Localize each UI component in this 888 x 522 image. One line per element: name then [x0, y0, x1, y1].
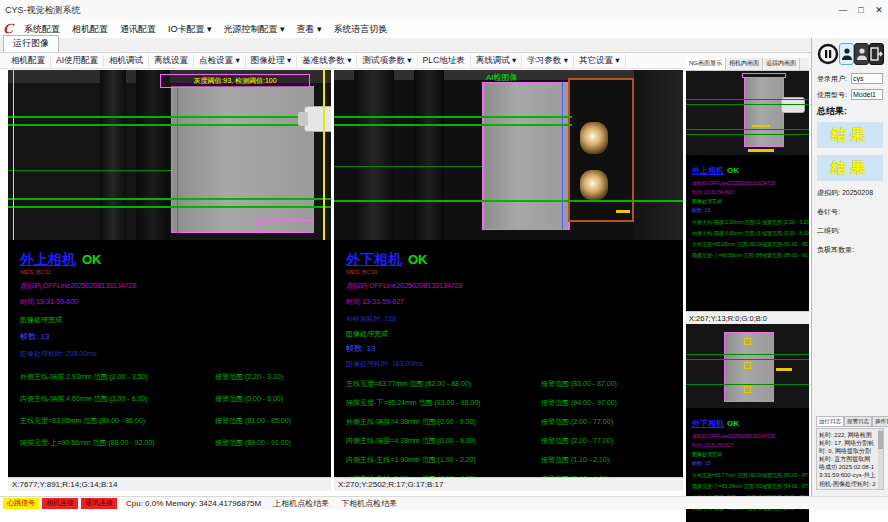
virtual-code-line: 虚拟码:OFFLine20250208133134728	[346, 281, 683, 291]
side-mini-column: NG画面显示 相机内画面 追踪内画面 外上相机OK 虚拟码:OFFLine202…	[686, 58, 809, 497]
login-user-field-row: 登录用户:	[817, 73, 884, 84]
tool-learning-params[interactable]: 学习参数 ▾	[522, 55, 574, 67]
tool-other-settings[interactable]: 其它设置 ▾	[574, 55, 626, 67]
side-tab-track-view[interactable]: 追踪内画面	[763, 58, 800, 70]
machine-stripe	[414, 70, 444, 240]
login-user-input[interactable]	[851, 73, 883, 84]
minimize-button[interactable]: —	[834, 1, 852, 19]
measure-line-green	[334, 200, 683, 202]
tool-plc-address-table[interactable]: PLC地址表	[418, 55, 471, 67]
yellow-marker	[752, 125, 770, 127]
measurement-value: 隔膜宽度-上=90.56mm 范围:(88.00 - 92.00)	[20, 438, 215, 448]
magenta-marker-box	[742, 73, 786, 78]
yellow-marker	[616, 210, 630, 213]
alarm-range: 报警范围:(89.00 - 91.00)	[762, 252, 809, 258]
left-result-text: 外上相机OK MES_BC11 虚拟码:OFFLine2025020813313…	[8, 240, 331, 477]
log-text-area[interactable]: 耗时: 222, 网络检测耗时: 17, 网络分割耗时: 0, 网络提取分割耗时…	[816, 428, 884, 490]
maximize-button[interactable]: □	[852, 1, 870, 19]
yellow-roi-box	[744, 338, 751, 345]
tool-offline-setting[interactable]: 离线设置	[149, 55, 194, 67]
tool-baseline-params[interactable]: 基准线参数 ▾	[297, 55, 357, 67]
result-box-lower: 结果	[817, 155, 883, 181]
measure-line-green	[686, 384, 809, 385]
camera-title: 外上相机	[692, 165, 724, 176]
tool-camera-config[interactable]: 相机配置	[6, 55, 51, 67]
model-input[interactable]	[851, 89, 883, 100]
separator-panel-region	[482, 82, 570, 230]
log-tabs: 运行日志 报警日志 操作日志	[816, 416, 884, 427]
tool-camera-debug[interactable]: 相机调试	[104, 55, 149, 67]
menu-io-config[interactable]: IO卡配置 ▾	[162, 23, 218, 36]
tool-offline-debug[interactable]: 离线调试 ▾	[471, 55, 523, 67]
camera-link-status-badge: 相机连接	[42, 498, 78, 509]
center-pixel-coordinate-bar: X:270;Y:2502;R:17;G:17;B:17	[334, 477, 683, 491]
log-tab-alarm[interactable]: 报警日志	[844, 416, 872, 427]
menu-language-switch[interactable]: 系统语言切换	[328, 23, 394, 36]
log-scrollbar[interactable]	[878, 429, 883, 489]
side-tab-ng-display[interactable]: NG画面显示	[686, 58, 726, 70]
threshold-overlay-box: 灰度阈值:93, 检测阈值:100	[160, 74, 310, 88]
side-tab-camera-view[interactable]: 相机内画面	[726, 58, 763, 70]
tool-image-processing[interactable]: 图像处理 ▾	[246, 55, 298, 67]
log-tab-run[interactable]: 运行日志	[816, 416, 844, 427]
separator-panel-region	[744, 77, 784, 147]
alarm-range: 报警范围:(0.00 - 8.00)	[762, 230, 809, 236]
upper-camera-spotcheck-link[interactable]: 上相机点检结果	[273, 498, 329, 509]
measure-line-green	[686, 134, 809, 135]
measurement-value: 隔膜宽度-下=95.24mm 范围:(93.00 - 98.00)	[692, 483, 762, 489]
tab-run-image[interactable]: 运行图像	[3, 35, 59, 52]
tool-ai-usage-config[interactable]: AI使用配置	[51, 55, 104, 67]
measure-line-green	[334, 124, 572, 126]
measurement-value: 主线宽度=83.05mm 范围:(80.00 - 86.00)	[692, 241, 762, 247]
result-box-upper: 结果	[817, 122, 883, 148]
log-tab-operation[interactable]: 操作日志	[872, 416, 888, 427]
center-camera-image[interactable]: AI检图像	[334, 70, 683, 240]
tool-test-params[interactable]: 测试项参数 ▾	[357, 55, 417, 67]
mini-upper-image[interactable]	[686, 71, 809, 155]
control-icon-row	[817, 43, 884, 65]
menu-system-config[interactable]: 系统配置	[18, 23, 66, 36]
menubar: C 系统配置 相机配置 通讯配置 IO卡配置 ▾ 光源控制配置 ▾ 查看 ▾ 系…	[0, 20, 888, 38]
pause-button[interactable]	[817, 43, 839, 65]
alarm-range: 报警范围:(2.20 - 3.20)	[762, 219, 809, 225]
bottom-status-bar: 心跳信号 相机连接 通讯连接 Cpu: 0.0% Memory: 3424.41…	[0, 496, 888, 509]
process-done-line: 图像处理完成	[346, 329, 683, 339]
log-scrollbar-thumb[interactable]	[878, 431, 883, 449]
center-result-text: 外下相机OK MES_BC10 虚拟码:OFFLine2025020813313…	[334, 240, 683, 477]
mes-line: MES_BC11	[20, 269, 331, 275]
measurement-rows: 外侧主线-隔膜:2.93mm 范围:(2.00 - 3.50)报警范围:(2.2…	[20, 372, 331, 448]
measurement-value: 内侧主线-隔膜:4.60mm 范围:(3.00 - 6.00)	[20, 394, 215, 404]
exit-button[interactable]	[869, 43, 884, 65]
camera-title: 外下相机	[692, 418, 724, 429]
close-button[interactable]: ✕	[870, 1, 888, 19]
measurement-row: 主线宽度=83.77mm 范围:(82.00 - 88.00)报警范围:(83.…	[346, 379, 683, 389]
alarm-range: 报警范围:(83.00 - 87.00)	[762, 472, 809, 478]
ai-image-overlay-text: AI检图像	[486, 72, 518, 83]
measurement-value: 主线宽度=83.77mm 范围:(82.00 - 88.00)	[346, 379, 541, 389]
blue-edge-line	[562, 82, 563, 230]
process-done-line: 图像处理完成	[692, 198, 809, 204]
alarm-range: 报警范围:(0.00 - 8.00)	[215, 394, 331, 404]
left-camera-view: 灰度阈值:93, 检测阈值:100 外上相机OK MES_BC11 虚拟码:OF…	[8, 70, 331, 491]
menu-comm-config[interactable]: 通讯配置	[114, 23, 162, 36]
process-done-line: 图像处理完成	[20, 315, 331, 325]
needle-number-label: 卷针号:	[817, 207, 884, 217]
tool-spotcheck-setting[interactable]: 点检设置 ▾	[194, 55, 246, 67]
window-title: CYS-视觉检测系统	[0, 4, 834, 17]
measure-line-green	[334, 116, 572, 118]
menu-light-config[interactable]: 光源控制配置 ▾	[218, 23, 291, 36]
virtual-code-label: 虚拟码: 20250208	[817, 188, 884, 198]
switch-user-button[interactable]	[854, 43, 869, 65]
frame-count-line: 帧数: 13	[20, 331, 331, 342]
menu-camera-config[interactable]: 相机配置	[66, 23, 114, 36]
mini-lower-image[interactable]	[686, 324, 809, 408]
threshold-overlay-text: 灰度阈值:93, 检测阈值:100	[193, 76, 276, 86]
left-camera-image[interactable]: 灰度阈值:93, 检测阈值:100	[8, 70, 331, 240]
measure-line-green	[8, 124, 331, 126]
lower-camera-spotcheck-link[interactable]: 下相机点检结果	[341, 498, 397, 509]
side-tabs: NG画面显示 相机内画面 追踪内画面	[686, 58, 809, 71]
login-user-button[interactable]	[839, 43, 854, 65]
menu-view[interactable]: 查看 ▾	[291, 23, 328, 36]
login-user-label: 登录用户:	[817, 74, 851, 84]
measurement-value: 主线宽度=83.05mm 范围:(80.00 - 86.00)	[20, 416, 215, 426]
